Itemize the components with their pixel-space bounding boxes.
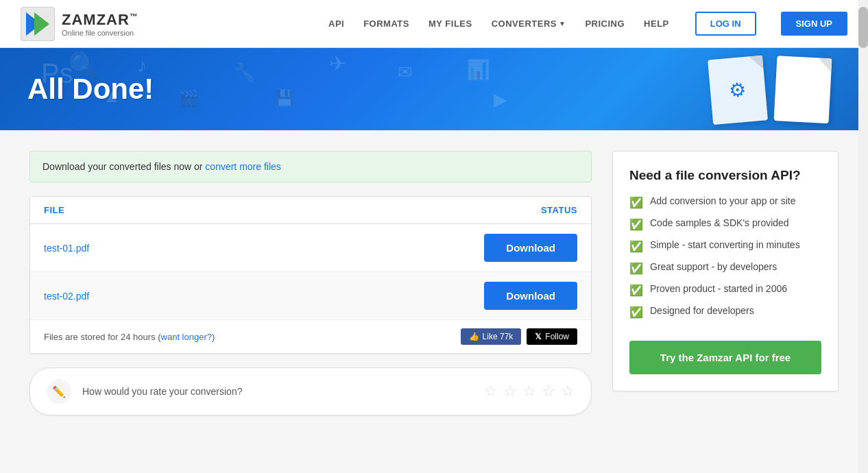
like-button[interactable]: 👍 Like 77k bbox=[461, 328, 522, 345]
check-icon-3: ✅ bbox=[629, 240, 643, 253]
rating-section: ✏️ How would you rate your conversion? ☆… bbox=[29, 367, 592, 415]
main-content: Download your converted files now or con… bbox=[2, 130, 866, 436]
file-icon-1: ⚙ bbox=[708, 55, 768, 125]
nav-help[interactable]: HELP bbox=[644, 19, 669, 29]
file-link-2[interactable]: test-02.pdf bbox=[44, 291, 89, 302]
try-api-button[interactable]: Try the Zamzar API for free bbox=[629, 341, 821, 374]
gear-icon: ⚙ bbox=[728, 77, 747, 101]
download-button-2[interactable]: Download bbox=[484, 282, 577, 310]
api-card-title: Need a file conversion API? bbox=[629, 168, 821, 183]
check-icon-1: ✅ bbox=[629, 196, 643, 209]
logo-text: ZAMZAR™ Online file conversion bbox=[62, 11, 138, 37]
scrollbar-track[interactable] bbox=[858, 0, 868, 436]
star-2[interactable]: ☆ bbox=[503, 383, 517, 400]
table-row: test-02.pdf Download bbox=[30, 272, 591, 320]
convert-more-link[interactable]: convert more files bbox=[205, 161, 280, 172]
api-feature-3: ✅ Simple - start converting in minutes bbox=[629, 239, 821, 253]
x-icon: 𝕏 bbox=[535, 332, 542, 341]
rating-question: How would you rate your conversion? bbox=[82, 386, 473, 397]
table-header: FILE STATUS bbox=[30, 197, 591, 224]
main-nav: API FORMATS MY FILES CONVERTERS ▼ PRICIN… bbox=[328, 12, 847, 36]
api-card: Need a file conversion API? ✅ Add conver… bbox=[612, 151, 839, 391]
api-feature-4: ✅ Great support - by developers bbox=[629, 261, 821, 275]
left-panel: Download your converted files now or con… bbox=[29, 151, 592, 415]
star-4[interactable]: ☆ bbox=[542, 383, 555, 400]
nav-formats[interactable]: FORMATS bbox=[363, 19, 409, 29]
deco-icon-floppy: 💾 bbox=[274, 89, 295, 108]
file-icon-2 bbox=[774, 56, 832, 123]
follow-button[interactable]: 𝕏 Follow bbox=[527, 328, 577, 345]
zamzar-logo-icon bbox=[21, 7, 55, 41]
info-banner: Download your converted files now or con… bbox=[29, 151, 592, 182]
deco-icon-wrench: 🔧 bbox=[233, 62, 255, 83]
check-icon-4: ✅ bbox=[629, 262, 643, 275]
footer-text: Files are stored for 24 hours (want long… bbox=[44, 332, 215, 342]
deco-icon-play: ▶ bbox=[494, 89, 507, 110]
nav-converters[interactable]: CONVERTERS ▼ bbox=[492, 19, 566, 29]
nav-my-files[interactable]: MY FILES bbox=[429, 19, 472, 29]
nav-pricing[interactable]: PRICING bbox=[585, 19, 625, 29]
col-header-file: FILE bbox=[44, 205, 64, 215]
header: ZAMZAR™ Online file conversion API FORMA… bbox=[0, 0, 868, 48]
download-button-1[interactable]: Download bbox=[484, 234, 577, 262]
file-link-1[interactable]: test-01.pdf bbox=[44, 243, 89, 254]
api-feature-1: ✅ Add conversion to your app or site bbox=[629, 195, 821, 209]
scrollbar-thumb[interactable] bbox=[858, 7, 868, 48]
deco-icon-film: 🎬 bbox=[178, 89, 199, 108]
pencil-icon: ✏️ bbox=[47, 379, 71, 404]
api-feature-5: ✅ Proven product - started in 2006 bbox=[629, 283, 821, 297]
files-table: FILE STATUS test-01.pdf Download test-02… bbox=[29, 196, 592, 354]
logo-area: ZAMZAR™ Online file conversion bbox=[21, 7, 138, 41]
logo-name: ZAMZAR™ bbox=[62, 11, 138, 29]
check-icon-6: ✅ bbox=[629, 306, 643, 319]
check-icon-2: ✅ bbox=[629, 218, 643, 231]
logo-tagline: Online file conversion bbox=[62, 29, 138, 37]
hero-title: All Done! bbox=[27, 73, 154, 106]
check-icon-5: ✅ bbox=[629, 284, 643, 297]
chevron-down-icon: ▼ bbox=[559, 20, 566, 27]
deco-icon-send: ✈ bbox=[329, 51, 346, 75]
api-feature-6: ✅ Designed for developers bbox=[629, 305, 821, 319]
table-row: test-01.pdf Download bbox=[30, 224, 591, 272]
api-feature-2: ✅ Code samples & SDK's provided bbox=[629, 217, 821, 231]
nav-api[interactable]: API bbox=[328, 19, 344, 29]
deco-icon-chart: 📊 bbox=[466, 58, 490, 81]
want-longer-link[interactable]: want longer? bbox=[161, 332, 212, 342]
deco-icon-mail: ✉ bbox=[398, 62, 413, 83]
right-panel: Need a file conversion API? ✅ Add conver… bbox=[612, 151, 839, 415]
hero-file-icons: ⚙ bbox=[717, 48, 827, 130]
signup-button[interactable]: SIGN UP bbox=[781, 12, 847, 36]
col-header-status: STATUS bbox=[541, 205, 577, 215]
star-5[interactable]: ☆ bbox=[561, 383, 575, 400]
social-buttons: 👍 Like 77k 𝕏 Follow bbox=[461, 328, 577, 345]
star-rating[interactable]: ☆ ☆ ☆ ☆ ☆ bbox=[484, 383, 575, 400]
thumbs-up-icon: 👍 bbox=[469, 332, 479, 341]
table-footer: Files are stored for 24 hours (want long… bbox=[30, 320, 591, 353]
star-3[interactable]: ☆ bbox=[522, 383, 536, 400]
login-button[interactable]: LOG IN bbox=[695, 12, 756, 36]
star-1[interactable]: ☆ bbox=[484, 383, 498, 400]
hero-banner: Ps ♪ 🔧 ✈ ✉ ▲ 🎬 💾 🔍 📊 ▶ All Done! ⚙ bbox=[0, 48, 868, 130]
